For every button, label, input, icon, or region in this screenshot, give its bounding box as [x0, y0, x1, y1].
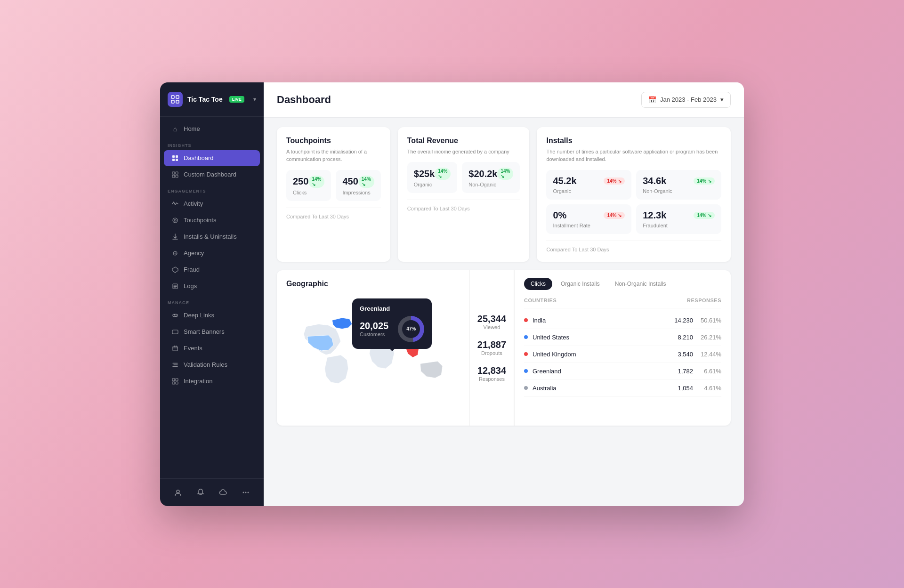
sidebar-item-events[interactable]: Events — [164, 340, 260, 356]
content-area: Touchpoints A touchpoint is the initiali… — [264, 118, 744, 506]
sidebar-item-smart-banners[interactable]: Smart Banners — [164, 324, 260, 340]
revenue-card: Total Revenue The overall income generat… — [398, 127, 530, 262]
page-title: Dashboard — [277, 94, 331, 106]
top-header: Dashboard 📅 Jan 2023 - Feb 2023 ▾ — [264, 82, 744, 118]
uk-pct: 12.44% — [693, 351, 721, 358]
calendar-icon: 📅 — [648, 96, 656, 104]
tab-organic-installs[interactable]: Organic Installs — [554, 278, 606, 290]
svg-point-23 — [243, 491, 244, 493]
touchpoints-footer: Compared To Last 30 Days — [286, 208, 381, 219]
nonorganic-installs-value: 34.6k — [643, 176, 666, 186]
section-manage: MANAGE — [160, 295, 264, 307]
sidebar-item-dashboard[interactable]: Dashboard — [164, 150, 260, 166]
sidebar-item-deep-links[interactable]: Deep Links — [164, 307, 260, 323]
install-rate-label: Installment Rate — [553, 223, 625, 228]
metric-nonorganic-installs: 34.6k 14% ↘ Non-Organic — [636, 170, 721, 200]
sidebar-item-home[interactable]: ⌂ Home — [164, 121, 260, 137]
install-rate-badge: 14% ↘ — [604, 212, 625, 219]
nonorganic-revenue-value: $20.2k — [468, 169, 497, 179]
table-row: United Kingdom 3,540 12.44% — [524, 346, 721, 363]
date-chevron-icon: ▾ — [720, 96, 724, 103]
sidebar-item-logs[interactable]: Logs — [164, 278, 260, 294]
sidebar-logo[interactable]: Tic Tac Toe LIVE ▾ — [160, 82, 264, 117]
svg-point-12 — [174, 219, 176, 221]
sidebar-item-agency[interactable]: Agency — [164, 245, 260, 261]
geo-stats-column: 25,344 Viewed 21,887 Dropouts 12,834 Res… — [469, 270, 514, 426]
svg-point-24 — [245, 491, 247, 493]
geo-tabs: Clicks Organic Installs Non-Organic Inst… — [524, 278, 721, 290]
svg-rect-1 — [176, 96, 179, 98]
svg-rect-7 — [176, 159, 178, 161]
installs-card: Installs The number of times a particula… — [537, 127, 731, 262]
sidebar-item-activity[interactable]: Activity — [164, 196, 260, 212]
sidebar-bottom — [160, 478, 264, 506]
us-dot — [524, 335, 528, 339]
revenue-metrics: $25k 14% ↘ Organic $20.2k 14% ↘ Non-Ogan… — [407, 162, 520, 193]
profile-icon-btn[interactable] — [168, 484, 188, 500]
geo-tooltip: Greenland 20,025 Customers 47% — [352, 298, 432, 349]
tab-clicks[interactable]: Clicks — [524, 278, 552, 290]
svg-rect-8 — [172, 172, 175, 174]
uk-count: 3,540 — [665, 351, 693, 358]
fraudulent-badge: 14% ↘ — [694, 212, 715, 219]
metric-impressions: 450 14% ↘ Impressions — [336, 170, 380, 201]
greenland-name: Greenland — [533, 368, 665, 375]
revenue-footer: Compared To Last 30 Days — [407, 200, 520, 211]
metric-clicks: 250 14% ↘ Clicks — [286, 170, 331, 201]
section-insights: INSIGHTS — [160, 137, 264, 150]
sidebar-item-touchpoints[interactable]: Touchpoints — [164, 212, 260, 228]
home-icon: ⌂ — [171, 125, 179, 133]
svg-rect-10 — [172, 175, 175, 177]
fraud-icon — [171, 266, 179, 274]
metric-organic-installs: 45.2k 14% ↘ Organic — [546, 170, 631, 200]
validation-rules-icon — [171, 361, 179, 369]
sidebar-item-validation-rules[interactable]: Validation Rules — [164, 357, 260, 373]
app-chevron-icon[interactable]: ▾ — [253, 96, 256, 103]
smart-banners-icon — [171, 328, 179, 336]
nonorganic-revenue-label: Non-Oganic — [468, 182, 513, 187]
sidebar-item-fraud[interactable]: Fraud — [164, 262, 260, 278]
svg-rect-0 — [171, 96, 174, 98]
nonorganic-installs-label: Non-Organic — [643, 188, 715, 194]
organic-revenue-badge: 14% ↘ — [435, 168, 451, 180]
svg-rect-4 — [172, 155, 175, 158]
tooltip-customers-label: Customers — [360, 331, 388, 337]
svg-rect-9 — [176, 172, 178, 174]
notifications-icon-btn[interactable] — [190, 484, 211, 500]
main-content: Dashboard 📅 Jan 2023 - Feb 2023 ▾ Touchp… — [264, 82, 744, 506]
cloud-icon-btn[interactable] — [213, 484, 234, 500]
impressions-value: 450 — [342, 176, 358, 187]
dropouts-value: 21,887 — [477, 339, 506, 350]
donut-percentage: 47% — [402, 320, 420, 338]
sidebar-item-custom-dashboard[interactable]: Custom Dashboard — [164, 167, 260, 183]
touchpoints-desc: A touchpoint is the initialisation of a … — [286, 148, 381, 163]
more-icon-btn[interactable] — [235, 484, 256, 500]
geo-card: Geographic Greenland 20,025 Customers — [277, 270, 731, 426]
sidebar-nav: ⌂ Home INSIGHTS Dashboard — [160, 117, 264, 478]
svg-rect-5 — [176, 155, 178, 158]
map-container: Greenland 20,025 Customers 47% — [286, 294, 460, 416]
install-rate-value: 0% — [553, 210, 566, 221]
touchpoints-icon — [171, 217, 179, 224]
date-range-picker[interactable]: 📅 Jan 2023 - Feb 2023 ▾ — [641, 92, 731, 108]
svg-rect-6 — [172, 159, 175, 161]
sidebar-item-installs[interactable]: Installs & Uninstalls — [164, 229, 260, 245]
tooltip-country: Greenland — [360, 305, 424, 312]
tooltip-customers-count: 20,025 — [360, 321, 388, 331]
col-responses: Responses — [687, 298, 721, 303]
svg-point-13 — [173, 218, 178, 223]
india-dot — [524, 318, 528, 322]
sidebar-home-label: Home — [184, 125, 200, 132]
tab-nonorganic-installs[interactable]: Non-Organic Installs — [608, 278, 673, 290]
australia-count: 1,054 — [665, 385, 693, 392]
custom-dashboard-icon — [171, 171, 179, 178]
sidebar-item-integration[interactable]: Integration — [164, 373, 260, 389]
events-icon — [171, 345, 179, 352]
greenland-dot — [524, 369, 528, 373]
sidebar-logs-label: Logs — [184, 282, 197, 290]
table-row: India 14,230 50.61% — [524, 312, 721, 329]
nonorganic-installs-badge: 14% ↘ — [694, 177, 715, 185]
geo-right-panel: Clicks Organic Installs Non-Organic Inst… — [514, 270, 731, 426]
india-name: India — [533, 317, 665, 324]
clicks-value: 250 — [293, 176, 308, 187]
